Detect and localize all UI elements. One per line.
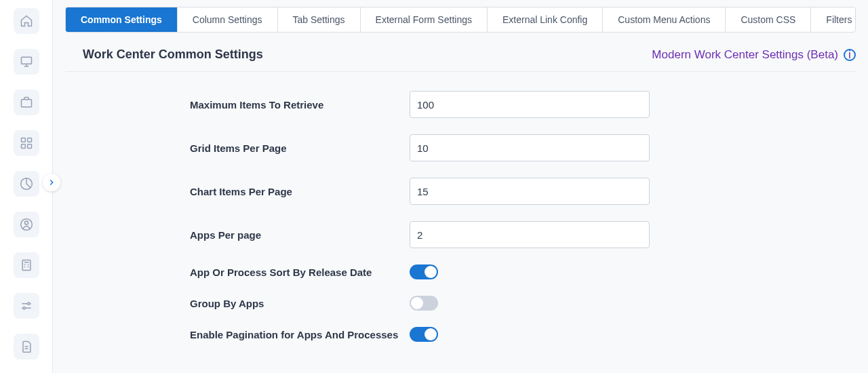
svg-rect-1 (21, 100, 31, 107)
sidebar-item-document[interactable] (14, 334, 39, 359)
label-grid-items: Grid Items Per Page (190, 142, 410, 154)
tabs-bar: Common Settings Column Settings Tab Sett… (65, 7, 856, 33)
sidebar-item-chart[interactable] (14, 171, 39, 197)
sidebar-item-calculator[interactable] (14, 252, 39, 278)
input-chart-items[interactable] (410, 178, 650, 205)
home-icon (20, 14, 33, 28)
input-apps-per-page[interactable] (410, 221, 650, 248)
pie-chart-icon (20, 177, 33, 191)
svg-point-7 (24, 221, 28, 224)
input-grid-items[interactable] (410, 134, 650, 161)
beta-link-wrap: Modern Work Center Settings (Beta) i (652, 48, 856, 62)
toggle-knob (411, 297, 423, 309)
header-row: Work Center Common Settings Modern Work … (65, 33, 856, 72)
user-circle-icon (20, 218, 33, 231)
page-title: Work Center Common Settings (83, 47, 263, 62)
input-max-items[interactable] (410, 91, 650, 118)
label-chart-items: Chart Items Per Page (190, 186, 410, 197)
sidebar-expand-button[interactable] (43, 174, 60, 191)
tab-column-settings[interactable]: Column Settings (178, 7, 278, 32)
label-apps-per-page: Apps Per page (190, 229, 410, 241)
svg-rect-4 (21, 144, 25, 149)
toggle-enable-pagination[interactable] (410, 327, 438, 342)
document-icon (20, 340, 33, 353)
tab-external-link-config[interactable]: External Link Config (488, 7, 603, 32)
toggle-group-by-apps[interactable] (410, 296, 438, 311)
beta-link[interactable]: Modern Work Center Settings (Beta) (652, 48, 838, 62)
tab-common-settings[interactable]: Common Settings (66, 7, 178, 32)
tab-custom-menu-actions[interactable]: Custom Menu Actions (603, 7, 726, 32)
label-enable-pagination: Enable Pagination for Apps And Processes (190, 329, 410, 340)
svg-point-9 (27, 302, 29, 305)
svg-rect-3 (27, 138, 31, 142)
label-sort-by-date: App Or Process Sort By Release Date (190, 267, 410, 278)
sidebar-item-user[interactable] (14, 212, 39, 237)
toggle-knob (425, 266, 437, 278)
monitor-icon (20, 55, 33, 68)
calculator-icon (20, 258, 33, 272)
chevron-right-icon (47, 178, 56, 187)
sidebar (0, 0, 53, 373)
sidebar-item-monitor[interactable] (14, 49, 39, 75)
main-content: Common Settings Column Settings Tab Sett… (53, 0, 868, 373)
label-group-by-apps: Group By Apps (190, 298, 410, 309)
svg-rect-8 (22, 260, 31, 271)
sidebar-item-home[interactable] (14, 8, 39, 34)
sidebar-item-apps[interactable] (14, 130, 39, 156)
svg-rect-0 (21, 57, 31, 64)
toggle-knob (425, 328, 437, 340)
tab-custom-css[interactable]: Custom CSS (726, 7, 811, 32)
tab-filters[interactable]: Filters (811, 7, 856, 32)
sidebar-item-briefcase[interactable] (14, 90, 39, 115)
sidebar-item-settings[interactable] (14, 293, 39, 319)
tab-tab-settings[interactable]: Tab Settings (278, 7, 361, 32)
toggle-sort-by-date[interactable] (410, 264, 438, 279)
svg-rect-2 (21, 138, 25, 142)
svg-point-10 (23, 307, 25, 309)
briefcase-icon (20, 96, 33, 109)
info-icon[interactable]: i (844, 49, 856, 61)
apps-icon (20, 136, 33, 150)
tab-external-form-settings[interactable]: External Form Settings (361, 7, 488, 32)
sliders-icon (20, 299, 33, 313)
svg-rect-5 (27, 144, 31, 149)
form-area: Maximum Items To Retrieve Grid Items Per… (65, 72, 856, 342)
label-max-items: Maximum Items To Retrieve (190, 99, 410, 111)
